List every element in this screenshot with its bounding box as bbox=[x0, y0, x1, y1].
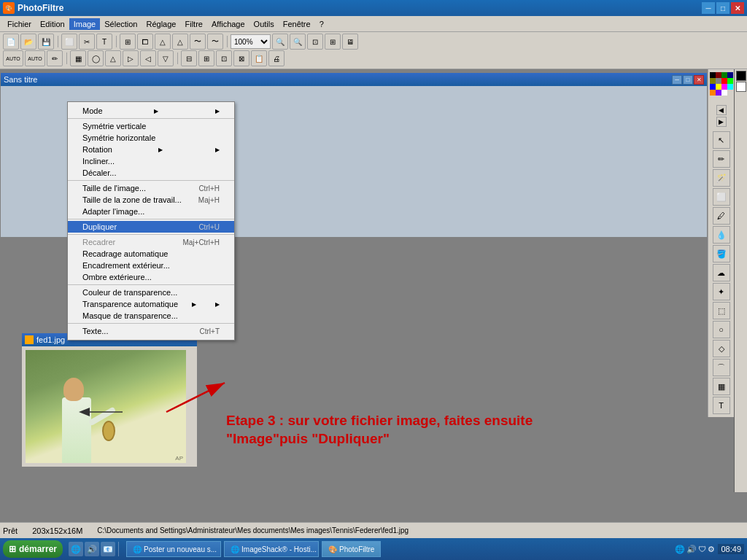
background-color[interactable] bbox=[736, 82, 746, 92]
menu-texte[interactable]: Texte... Ctrl+T bbox=[68, 325, 234, 337]
menu-encadrement[interactable]: Encadrement extérieur... bbox=[68, 260, 234, 271]
swatch[interactable] bbox=[727, 84, 733, 90]
smudge-tool[interactable]: ☁ bbox=[713, 264, 730, 281]
start-button[interactable]: ⊞ démarrer bbox=[3, 540, 63, 558]
menu-fichier[interactable]: Fichier bbox=[3, 18, 36, 30]
foreground-color[interactable] bbox=[736, 71, 746, 81]
menu-adapter[interactable]: Adapter l'image... bbox=[68, 206, 234, 217]
screen-btn-6[interactable]: 🖨 bbox=[268, 50, 285, 66]
save-button[interactable]: 💾 bbox=[38, 34, 54, 50]
menu-mode[interactable]: Mode ▶ bbox=[68, 105, 234, 117]
doc-maximize[interactable]: □ bbox=[683, 75, 693, 85]
menu-ombre[interactable]: Ombre extérieure... bbox=[68, 271, 234, 283]
rect-select-tool[interactable]: ⬚ bbox=[713, 302, 730, 319]
screen-btn-2[interactable]: ⊞ bbox=[198, 50, 214, 66]
clone-tool[interactable]: ✦ bbox=[713, 283, 730, 300]
tri4-btn[interactable]: ▽ bbox=[158, 50, 174, 66]
swatch[interactable] bbox=[710, 78, 716, 84]
palette-scroll-down[interactable]: ▶ bbox=[716, 117, 727, 127]
swatch[interactable] bbox=[721, 72, 727, 78]
screen-btn-5[interactable]: 📋 bbox=[251, 50, 267, 66]
zoom-fit-button[interactable]: ⊡ bbox=[307, 34, 323, 50]
menu-taille-image[interactable]: Taille de l'image... Ctrl+H bbox=[68, 182, 234, 194]
swatch[interactable] bbox=[710, 90, 716, 96]
menu-affichage[interactable]: Affichage bbox=[207, 18, 249, 30]
auto-btn-2[interactable]: AUTO bbox=[25, 50, 45, 66]
pencil-tool[interactable]: ✏ bbox=[713, 150, 730, 168]
menu-dupliquer[interactable]: Dupliquer Ctrl+U bbox=[68, 221, 234, 233]
close-button[interactable]: ✕ bbox=[731, 2, 744, 14]
open-button[interactable]: 📂 bbox=[20, 34, 36, 50]
menu-taille-zone[interactable]: Taille de la zone de travail... Maj+H bbox=[68, 194, 234, 206]
menu-edition[interactable]: Edition bbox=[36, 18, 69, 30]
quick-media-icon[interactable]: 🔊 bbox=[85, 542, 99, 556]
tri2-btn[interactable]: ▷ bbox=[123, 50, 139, 66]
menu-symetrie-verticale[interactable]: Symétrie verticale bbox=[68, 120, 234, 132]
swatch[interactable] bbox=[721, 78, 727, 84]
filter-button[interactable]: ⧠ bbox=[137, 34, 153, 50]
menu-reglage[interactable]: Réglage bbox=[142, 18, 181, 30]
circle-select-tool[interactable]: ○ bbox=[713, 321, 730, 338]
auto-btn-1[interactable]: AUTO bbox=[3, 50, 23, 66]
menu-transparence-auto[interactable]: Transparence automatique ▶ bbox=[68, 298, 234, 310]
swatch[interactable] bbox=[721, 84, 727, 90]
maximize-button[interactable]: □ bbox=[716, 2, 729, 14]
menu-recadrage-auto[interactable]: Recadrage automatique bbox=[68, 248, 234, 260]
triangle2-button[interactable]: △ bbox=[172, 34, 188, 50]
zoom-in-button[interactable]: 🔍 bbox=[290, 34, 306, 50]
fill-tool[interactable]: 🪣 bbox=[713, 245, 730, 262]
diamond-select-tool[interactable]: ◇ bbox=[713, 340, 730, 357]
zoom-out-button[interactable]: 🔍 bbox=[272, 34, 288, 50]
menu-fenetre[interactable]: Fenêtre bbox=[279, 18, 315, 30]
menu-selection[interactable]: Sélection bbox=[100, 18, 142, 30]
pointer-tool[interactable]: ↖ bbox=[713, 131, 730, 149]
swatch[interactable] bbox=[716, 72, 721, 78]
swatch[interactable] bbox=[716, 90, 721, 96]
menu-rotation[interactable]: Rotation ▶ bbox=[68, 144, 234, 155]
swatch[interactable] bbox=[721, 90, 727, 96]
menu-masque-transparence[interactable]: Masque de transparence... bbox=[68, 310, 234, 322]
zoom-select[interactable]: 100% bbox=[231, 34, 271, 49]
triangle-button[interactable]: △ bbox=[155, 34, 171, 50]
quick-outlook-icon[interactable]: 📧 bbox=[101, 542, 115, 556]
select-button[interactable]: ⬜ bbox=[61, 34, 77, 50]
screen-btn-3[interactable]: ⊡ bbox=[216, 50, 232, 66]
menu-couleur-transparence[interactable]: Couleur de transparence... bbox=[68, 287, 234, 298]
doc-close[interactable]: ✕ bbox=[694, 75, 704, 85]
menu-decaler[interactable]: Décaler... bbox=[68, 167, 234, 179]
doc-minimize[interactable]: ─ bbox=[672, 75, 682, 85]
swatch[interactable] bbox=[727, 72, 733, 78]
text-button[interactable]: T bbox=[96, 34, 112, 50]
menu-filtre[interactable]: Filtre bbox=[180, 18, 206, 30]
text-tool[interactable]: T bbox=[713, 397, 730, 414]
swatch[interactable] bbox=[716, 84, 721, 90]
menu-image[interactable]: Image bbox=[69, 18, 101, 30]
wave-button[interactable]: 〜 bbox=[190, 34, 206, 50]
new-button[interactable]: 📄 bbox=[3, 34, 19, 50]
swatch[interactable] bbox=[710, 84, 716, 90]
rect-btn[interactable]: ▦ bbox=[70, 50, 86, 66]
gradient-tool[interactable]: ▦ bbox=[713, 378, 730, 395]
menu-help[interactable]: ? bbox=[315, 18, 328, 30]
grid-button[interactable]: ⊞ bbox=[120, 34, 136, 50]
brush-btn[interactable]: ✏ bbox=[47, 50, 63, 66]
palette-scroll-up[interactable]: ◀ bbox=[716, 105, 727, 115]
menu-incliner[interactable]: Incliner... bbox=[68, 155, 234, 167]
wand-tool[interactable]: 🪄 bbox=[713, 169, 730, 187]
screen-btn-4[interactable]: ⊠ bbox=[233, 50, 249, 66]
zoom-actual-button[interactable]: ⊞ bbox=[325, 34, 341, 50]
dropper-tool[interactable]: 💧 bbox=[713, 226, 730, 244]
lasso-tool[interactable]: ⌒ bbox=[713, 359, 730, 376]
swatch[interactable] bbox=[716, 78, 721, 84]
circle-btn[interactable]: ◯ bbox=[88, 50, 104, 66]
quick-ie-icon[interactable]: 🌐 bbox=[69, 542, 83, 556]
taskbar-poster-btn[interactable]: 🌐 Poster un nouveau s... bbox=[126, 541, 221, 557]
paint-tool[interactable]: 🖊 bbox=[713, 207, 730, 225]
menu-symetrie-horizontale[interactable]: Symétrie horizontale bbox=[68, 132, 234, 144]
minimize-button[interactable]: ─ bbox=[702, 2, 715, 14]
taskbar-photofiltre-btn[interactable]: 🎨 PhotoFiltre bbox=[322, 541, 381, 557]
crop-button[interactable]: ✂ bbox=[79, 34, 95, 50]
monitor-button[interactable]: 🖥 bbox=[342, 34, 358, 50]
tri3-btn[interactable]: ◁ bbox=[140, 50, 156, 66]
wave2-button[interactable]: 〜 bbox=[207, 34, 223, 50]
